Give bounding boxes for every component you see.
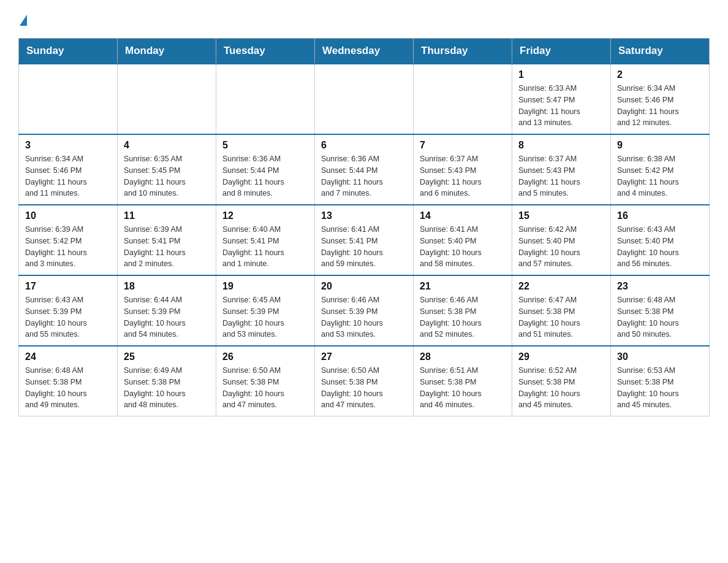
day-of-week-header: Monday	[118, 39, 216, 64]
day-number: 27	[321, 351, 407, 362]
calendar-cell	[315, 64, 414, 134]
day-number: 25	[124, 351, 210, 362]
calendar-cell	[118, 64, 216, 134]
calendar-cell: 9Sunrise: 6:38 AM Sunset: 5:42 PM Daylig…	[611, 134, 710, 205]
calendar-cell	[414, 64, 512, 134]
day-of-week-header: Sunday	[19, 39, 118, 64]
day-info-text: Sunrise: 6:45 AM Sunset: 5:39 PM Dayligh…	[222, 294, 308, 340]
day-info-text: Sunrise: 6:46 AM Sunset: 5:39 PM Dayligh…	[321, 294, 407, 340]
day-info-text: Sunrise: 6:53 AM Sunset: 5:38 PM Dayligh…	[617, 365, 703, 411]
day-info-text: Sunrise: 6:48 AM Sunset: 5:38 PM Dayligh…	[25, 365, 111, 411]
calendar-cell: 24Sunrise: 6:48 AM Sunset: 5:38 PM Dayli…	[19, 346, 118, 416]
day-info-text: Sunrise: 6:50 AM Sunset: 5:38 PM Dayligh…	[222, 365, 308, 411]
calendar-cell: 8Sunrise: 6:37 AM Sunset: 5:43 PM Daylig…	[512, 134, 611, 205]
calendar-cell: 1Sunrise: 6:33 AM Sunset: 5:47 PM Daylig…	[512, 64, 611, 134]
day-number: 13	[321, 210, 407, 221]
day-number: 30	[617, 351, 703, 362]
day-info-text: Sunrise: 6:41 AM Sunset: 5:40 PM Dayligh…	[420, 224, 506, 270]
day-number: 10	[25, 210, 111, 221]
day-of-week-header: Thursday	[414, 39, 512, 64]
calendar-cell: 17Sunrise: 6:43 AM Sunset: 5:39 PM Dayli…	[19, 275, 118, 346]
day-number: 21	[420, 281, 506, 292]
day-number: 26	[222, 351, 308, 362]
day-of-week-header: Saturday	[611, 39, 710, 64]
calendar-cell: 28Sunrise: 6:51 AM Sunset: 5:38 PM Dayli…	[414, 346, 512, 416]
page-header	[18, 12, 710, 26]
day-info-text: Sunrise: 6:43 AM Sunset: 5:39 PM Dayligh…	[25, 294, 111, 340]
calendar-cell: 12Sunrise: 6:40 AM Sunset: 5:41 PM Dayli…	[216, 205, 315, 275]
day-info-text: Sunrise: 6:46 AM Sunset: 5:38 PM Dayligh…	[420, 294, 506, 340]
calendar-cell: 25Sunrise: 6:49 AM Sunset: 5:38 PM Dayli…	[118, 346, 216, 416]
calendar-cell: 15Sunrise: 6:42 AM Sunset: 5:40 PM Dayli…	[512, 205, 611, 275]
day-info-text: Sunrise: 6:34 AM Sunset: 5:46 PM Dayligh…	[617, 83, 703, 129]
day-number: 8	[518, 140, 604, 151]
calendar-cell: 6Sunrise: 6:36 AM Sunset: 5:44 PM Daylig…	[315, 134, 414, 205]
calendar-cell: 14Sunrise: 6:41 AM Sunset: 5:40 PM Dayli…	[414, 205, 512, 275]
day-number: 1	[518, 69, 604, 80]
day-info-text: Sunrise: 6:34 AM Sunset: 5:46 PM Dayligh…	[25, 153, 111, 199]
calendar-cell: 27Sunrise: 6:50 AM Sunset: 5:38 PM Dayli…	[315, 346, 414, 416]
day-number: 20	[321, 281, 407, 292]
day-number: 29	[518, 351, 604, 362]
calendar-cell	[19, 64, 118, 134]
calendar-cell	[216, 64, 315, 134]
calendar-cell: 11Sunrise: 6:39 AM Sunset: 5:41 PM Dayli…	[118, 205, 216, 275]
day-number: 3	[25, 140, 111, 151]
day-number: 12	[222, 210, 308, 221]
day-number: 6	[321, 140, 407, 151]
day-info-text: Sunrise: 6:39 AM Sunset: 5:41 PM Dayligh…	[124, 224, 210, 270]
day-number: 14	[420, 210, 506, 221]
calendar-cell: 19Sunrise: 6:45 AM Sunset: 5:39 PM Dayli…	[216, 275, 315, 346]
day-info-text: Sunrise: 6:47 AM Sunset: 5:38 PM Dayligh…	[518, 294, 604, 340]
day-number: 16	[617, 210, 703, 221]
day-number: 4	[124, 140, 210, 151]
day-info-text: Sunrise: 6:36 AM Sunset: 5:44 PM Dayligh…	[222, 153, 308, 199]
calendar-cell: 29Sunrise: 6:52 AM Sunset: 5:38 PM Dayli…	[512, 346, 611, 416]
day-number: 28	[420, 351, 506, 362]
day-of-week-header: Wednesday	[315, 39, 414, 64]
calendar-cell: 3Sunrise: 6:34 AM Sunset: 5:46 PM Daylig…	[19, 134, 118, 205]
day-number: 22	[518, 281, 604, 292]
day-info-text: Sunrise: 6:43 AM Sunset: 5:40 PM Dayligh…	[617, 224, 703, 270]
day-number: 18	[124, 281, 210, 292]
calendar-cell: 30Sunrise: 6:53 AM Sunset: 5:38 PM Dayli…	[611, 346, 710, 416]
logo	[18, 12, 27, 26]
calendar-cell: 16Sunrise: 6:43 AM Sunset: 5:40 PM Dayli…	[611, 205, 710, 275]
calendar-cell: 4Sunrise: 6:35 AM Sunset: 5:45 PM Daylig…	[118, 134, 216, 205]
calendar-cell: 7Sunrise: 6:37 AM Sunset: 5:43 PM Daylig…	[414, 134, 512, 205]
calendar-cell: 23Sunrise: 6:48 AM Sunset: 5:38 PM Dayli…	[611, 275, 710, 346]
calendar-cell: 20Sunrise: 6:46 AM Sunset: 5:39 PM Dayli…	[315, 275, 414, 346]
day-info-text: Sunrise: 6:39 AM Sunset: 5:42 PM Dayligh…	[25, 224, 111, 270]
calendar-cell: 26Sunrise: 6:50 AM Sunset: 5:38 PM Dayli…	[216, 346, 315, 416]
day-number: 17	[25, 281, 111, 292]
day-info-text: Sunrise: 6:51 AM Sunset: 5:38 PM Dayligh…	[420, 365, 506, 411]
day-info-text: Sunrise: 6:49 AM Sunset: 5:38 PM Dayligh…	[124, 365, 210, 411]
day-info-text: Sunrise: 6:41 AM Sunset: 5:41 PM Dayligh…	[321, 224, 407, 270]
day-of-week-header: Tuesday	[216, 39, 315, 64]
day-info-text: Sunrise: 6:40 AM Sunset: 5:41 PM Dayligh…	[222, 224, 308, 270]
day-number: 15	[518, 210, 604, 221]
day-info-text: Sunrise: 6:50 AM Sunset: 5:38 PM Dayligh…	[321, 365, 407, 411]
logo-arrow-icon	[20, 15, 27, 26]
day-info-text: Sunrise: 6:38 AM Sunset: 5:42 PM Dayligh…	[617, 153, 703, 199]
calendar-cell: 2Sunrise: 6:34 AM Sunset: 5:46 PM Daylig…	[611, 64, 710, 134]
day-info-text: Sunrise: 6:42 AM Sunset: 5:40 PM Dayligh…	[518, 224, 604, 270]
day-info-text: Sunrise: 6:44 AM Sunset: 5:39 PM Dayligh…	[124, 294, 210, 340]
day-number: 7	[420, 140, 506, 151]
day-number: 2	[617, 69, 703, 80]
calendar-cell: 22Sunrise: 6:47 AM Sunset: 5:38 PM Dayli…	[512, 275, 611, 346]
day-number: 19	[222, 281, 308, 292]
day-number: 5	[222, 140, 308, 151]
day-info-text: Sunrise: 6:36 AM Sunset: 5:44 PM Dayligh…	[321, 153, 407, 199]
calendar-cell: 5Sunrise: 6:36 AM Sunset: 5:44 PM Daylig…	[216, 134, 315, 205]
day-info-text: Sunrise: 6:52 AM Sunset: 5:38 PM Dayligh…	[518, 365, 604, 411]
calendar-cell: 21Sunrise: 6:46 AM Sunset: 5:38 PM Dayli…	[414, 275, 512, 346]
day-info-text: Sunrise: 6:48 AM Sunset: 5:38 PM Dayligh…	[617, 294, 703, 340]
day-of-week-header: Friday	[512, 39, 611, 64]
day-info-text: Sunrise: 6:35 AM Sunset: 5:45 PM Dayligh…	[124, 153, 210, 199]
calendar-cell: 13Sunrise: 6:41 AM Sunset: 5:41 PM Dayli…	[315, 205, 414, 275]
day-number: 11	[124, 210, 210, 221]
day-number: 9	[617, 140, 703, 151]
day-number: 23	[617, 281, 703, 292]
calendar-cell: 10Sunrise: 6:39 AM Sunset: 5:42 PM Dayli…	[19, 205, 118, 275]
